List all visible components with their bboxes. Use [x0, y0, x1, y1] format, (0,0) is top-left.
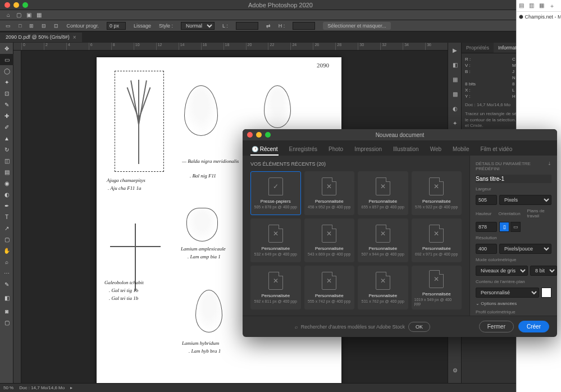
- swap-icon[interactable]: ⇄: [266, 23, 271, 29]
- panel-color-icon[interactable]: ▶: [448, 43, 462, 57]
- preset-item[interactable]: ✕Personnalisée592 x 811 px @ 400 ppp: [250, 266, 301, 309]
- preset-item[interactable]: ✕Personnalisée655 x 857 px @ 400 ppp: [358, 171, 408, 215]
- window-close-button[interactable]: [4, 2, 10, 8]
- tool-healing[interactable]: ✚: [0, 110, 13, 121]
- tool-type[interactable]: T: [0, 211, 13, 222]
- background-color-swatch[interactable]: [541, 288, 551, 298]
- tool-marquee[interactable]: ▭: [0, 54, 13, 65]
- stock-search-ok-button[interactable]: OK: [408, 322, 430, 332]
- chevron-right-icon[interactable]: ▸: [70, 385, 72, 390]
- foreground-background-swatch[interactable]: ◧: [0, 290, 13, 306]
- dialog-tab-mobile[interactable]: Mobile: [451, 144, 470, 156]
- dialog-minimize-button[interactable]: [256, 132, 262, 138]
- panel-actions-icon[interactable]: ⚙: [448, 363, 462, 377]
- open-icon[interactable]: ▣: [25, 11, 33, 19]
- tool-shape[interactable]: ▢: [0, 234, 13, 245]
- sidebar-icon[interactable]: ▤: [519, 2, 526, 9]
- create-button[interactable]: Créer: [518, 321, 549, 332]
- tool-more[interactable]: ⋯: [0, 267, 13, 279]
- reader-icon[interactable]: ▥: [529, 2, 536, 9]
- tool-pen[interactable]: ✒: [0, 200, 13, 211]
- tool-history-brush[interactable]: ↻: [0, 144, 13, 155]
- dialog-tab-photo[interactable]: Photo: [327, 144, 344, 156]
- tool-edit-toolbar[interactable]: ✎: [0, 279, 13, 290]
- advanced-options-toggle[interactable]: ⌄ Options avancées: [476, 301, 551, 306]
- document-tab[interactable]: 2090 D.pdf @ 50% (Gris/8#) ×: [0, 33, 82, 42]
- dialog-tab-film et vidéo[interactable]: Film et vidéo: [480, 144, 514, 156]
- panel-adjustments-icon[interactable]: ◐: [448, 101, 462, 116]
- dialog-close-button[interactable]: [247, 132, 253, 138]
- width-input[interactable]: [236, 22, 258, 30]
- selection-mode-intersect-icon[interactable]: ⊡: [54, 23, 58, 29]
- dialog-tab-récent[interactable]: 🕑 Récent: [250, 144, 279, 156]
- resolution-input[interactable]: [476, 244, 497, 254]
- window-zoom-button[interactable]: [22, 2, 28, 8]
- preset-item[interactable]: ✓Presse-papiers505 x 878 px @ 400 ppp: [250, 171, 301, 215]
- color-mode-select[interactable]: Niveaux de gris: [476, 266, 528, 276]
- resolution-unit-select[interactable]: Pixels/pouce: [499, 244, 551, 254]
- tool-brush[interactable]: ✐: [0, 121, 13, 133]
- tool-eyedropper[interactable]: ✎: [0, 99, 13, 110]
- preset-item[interactable]: ✕Personnalisée692 x 971 px @ 400 ppp: [412, 218, 462, 262]
- preset-item[interactable]: ✕Personnalisée1019 x 549 px @ 400 ppp: [412, 266, 462, 309]
- add-tab-icon[interactable]: ＋: [549, 2, 556, 9]
- tool-zoom[interactable]: ⌕: [0, 256, 13, 267]
- panel-gradients-icon[interactable]: ▦: [448, 72, 462, 86]
- width-input[interactable]: [476, 195, 497, 205]
- artboards-checkbox[interactable]: [523, 223, 531, 231]
- document-name-input[interactable]: [476, 175, 551, 183]
- panel-styles-icon[interactable]: ✦: [448, 116, 462, 130]
- quick-mask-icon[interactable]: ◙: [0, 306, 13, 317]
- dialog-zoom-button[interactable]: [265, 132, 271, 138]
- style-select[interactable]: Normal: [181, 22, 215, 30]
- dialog-tab-illustration[interactable]: Illustration: [392, 144, 420, 156]
- preset-item[interactable]: ✕Personnalisée555 x 742 px @ 400 ppp: [304, 266, 355, 309]
- selection-mode-add-icon[interactable]: ⊞: [29, 23, 34, 29]
- status-doc-info[interactable]: Doc : 14,7 Mo/14,6 Mo: [19, 385, 65, 390]
- preset-item[interactable]: ✕Personnalisée576 x 922 px @ 400 ppp: [412, 171, 462, 215]
- tool-wand[interactable]: ✦: [0, 76, 13, 88]
- dialog-tab-impression[interactable]: Impression: [353, 144, 383, 156]
- window-minimize-button[interactable]: [13, 2, 19, 8]
- panel-patterns-icon[interactable]: ▩: [448, 86, 462, 101]
- screen-mode-icon[interactable]: ▢: [0, 317, 13, 328]
- tab-properties[interactable]: Propriétés: [462, 43, 494, 53]
- stock-search-label[interactable]: Rechercher d'autres modèles sur Adobe St…: [301, 324, 405, 330]
- selection-mode-new-icon[interactable]: □: [19, 23, 21, 29]
- tool-lasso[interactable]: ◯: [0, 65, 13, 76]
- background-select[interactable]: Personnalisé: [476, 288, 539, 298]
- new-doc-icon[interactable]: ▢: [15, 11, 22, 19]
- width-unit-select[interactable]: Pixels: [499, 195, 551, 205]
- tool-crop[interactable]: ⊡: [0, 88, 13, 99]
- preset-item[interactable]: ✕Personnalisée532 x 649 px @ 400 ppp: [250, 218, 301, 262]
- orientation-landscape-button[interactable]: ▭: [510, 222, 521, 232]
- close-tab-icon[interactable]: ×: [73, 34, 76, 40]
- tabs-icon[interactable]: ▦: [539, 2, 546, 9]
- preset-item[interactable]: ✕Personnalisée458 x 952 px @ 400 ppp: [304, 171, 355, 215]
- close-button[interactable]: Fermer: [479, 321, 514, 332]
- preset-item[interactable]: ✕Personnalisée507 x 944 px @ 400 ppp: [358, 218, 408, 262]
- status-zoom[interactable]: 50 %: [3, 385, 13, 390]
- tool-move[interactable]: ✥: [0, 43, 13, 54]
- dialog-tab-enregistrés[interactable]: Enregistrés: [288, 144, 318, 156]
- select-and-mask-button[interactable]: Sélectionner et masquer...: [323, 22, 391, 30]
- home-icon[interactable]: ⌂: [4, 11, 12, 19]
- height-input[interactable]: [476, 222, 497, 232]
- selection-mode-subtract-icon[interactable]: ⊟: [42, 23, 46, 29]
- orientation-portrait-button[interactable]: ▯: [499, 222, 509, 232]
- tool-blur[interactable]: ◉: [0, 177, 13, 189]
- tool-eraser[interactable]: ◫: [0, 155, 13, 166]
- browser-tab-title[interactable]: Champis.net - Myco...: [525, 14, 561, 20]
- color-depth-select[interactable]: 8 bit: [530, 266, 557, 276]
- tool-path[interactable]: ↗: [0, 222, 13, 234]
- preset-item[interactable]: ✕Personnalisée543 x 869 px @ 400 ppp: [304, 218, 355, 262]
- tool-dodge[interactable]: ◐: [0, 189, 13, 200]
- tool-hand[interactable]: ✋: [0, 245, 13, 256]
- tool-stamp[interactable]: ▲: [0, 133, 13, 144]
- panel-swatches-icon[interactable]: ◧: [448, 57, 462, 72]
- height-input[interactable]: [293, 22, 315, 30]
- feather-input[interactable]: [107, 22, 126, 30]
- tool-gradient[interactable]: ▤: [0, 166, 13, 177]
- save-preset-icon[interactable]: ⇣: [548, 161, 551, 171]
- preset-item[interactable]: ✕Personnalisée531 x 762 px @ 400 ppp: [358, 266, 408, 309]
